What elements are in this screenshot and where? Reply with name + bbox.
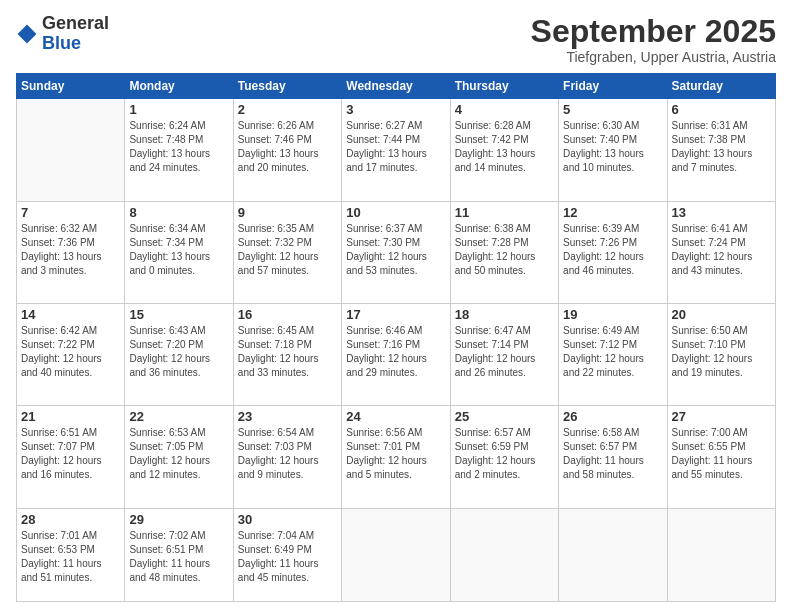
location-subtitle: Tiefgraben, Upper Austria, Austria [531,49,776,65]
calendar-cell: 25Sunrise: 6:57 AMSunset: 6:59 PMDayligh… [450,406,558,508]
header-monday: Monday [125,74,233,99]
day-number: 21 [21,409,120,424]
day-number: 24 [346,409,445,424]
calendar-cell: 7Sunrise: 6:32 AMSunset: 7:36 PMDaylight… [17,201,125,303]
calendar-cell: 4Sunrise: 6:28 AMSunset: 7:42 PMDaylight… [450,99,558,201]
calendar-cell: 21Sunrise: 6:51 AMSunset: 7:07 PMDayligh… [17,406,125,508]
weekday-header-row: Sunday Monday Tuesday Wednesday Thursday… [17,74,776,99]
calendar-cell: 27Sunrise: 7:00 AMSunset: 6:55 PMDayligh… [667,406,775,508]
day-info: Sunrise: 6:51 AMSunset: 7:07 PMDaylight:… [21,426,120,482]
calendar-cell: 9Sunrise: 6:35 AMSunset: 7:32 PMDaylight… [233,201,341,303]
svg-marker-0 [18,24,37,43]
calendar-cell: 19Sunrise: 6:49 AMSunset: 7:12 PMDayligh… [559,304,667,406]
day-number: 29 [129,512,228,527]
day-number: 2 [238,102,337,117]
month-title: September 2025 [531,14,776,49]
header-saturday: Saturday [667,74,775,99]
day-number: 22 [129,409,228,424]
calendar-cell: 5Sunrise: 6:30 AMSunset: 7:40 PMDaylight… [559,99,667,201]
day-info: Sunrise: 6:54 AMSunset: 7:03 PMDaylight:… [238,426,337,482]
logo-general-text: General [42,13,109,33]
day-number: 12 [563,205,662,220]
day-info: Sunrise: 6:38 AMSunset: 7:28 PMDaylight:… [455,222,554,278]
calendar-cell: 3Sunrise: 6:27 AMSunset: 7:44 PMDaylight… [342,99,450,201]
day-number: 20 [672,307,771,322]
day-number: 8 [129,205,228,220]
calendar-cell: 20Sunrise: 6:50 AMSunset: 7:10 PMDayligh… [667,304,775,406]
calendar-cell: 6Sunrise: 6:31 AMSunset: 7:38 PMDaylight… [667,99,775,201]
day-info: Sunrise: 6:53 AMSunset: 7:05 PMDaylight:… [129,426,228,482]
calendar-cell: 8Sunrise: 6:34 AMSunset: 7:34 PMDaylight… [125,201,233,303]
day-info: Sunrise: 6:26 AMSunset: 7:46 PMDaylight:… [238,119,337,175]
day-number: 18 [455,307,554,322]
page: General Blue September 2025 Tiefgraben, … [0,0,792,612]
day-number: 26 [563,409,662,424]
day-info: Sunrise: 6:49 AMSunset: 7:12 PMDaylight:… [563,324,662,380]
title-block: September 2025 Tiefgraben, Upper Austria… [531,14,776,65]
day-info: Sunrise: 7:00 AMSunset: 6:55 PMDaylight:… [672,426,771,482]
day-number: 14 [21,307,120,322]
calendar-week-row-1: 1Sunrise: 6:24 AMSunset: 7:48 PMDaylight… [17,99,776,201]
day-info: Sunrise: 6:50 AMSunset: 7:10 PMDaylight:… [672,324,771,380]
calendar-cell: 24Sunrise: 6:56 AMSunset: 7:01 PMDayligh… [342,406,450,508]
day-info: Sunrise: 6:41 AMSunset: 7:24 PMDaylight:… [672,222,771,278]
header: General Blue September 2025 Tiefgraben, … [16,14,776,65]
day-info: Sunrise: 7:01 AMSunset: 6:53 PMDaylight:… [21,529,120,585]
calendar-week-row-3: 14Sunrise: 6:42 AMSunset: 7:22 PMDayligh… [17,304,776,406]
calendar-cell: 17Sunrise: 6:46 AMSunset: 7:16 PMDayligh… [342,304,450,406]
day-info: Sunrise: 6:27 AMSunset: 7:44 PMDaylight:… [346,119,445,175]
day-number: 13 [672,205,771,220]
day-info: Sunrise: 6:31 AMSunset: 7:38 PMDaylight:… [672,119,771,175]
calendar-cell [342,508,450,601]
day-number: 25 [455,409,554,424]
day-number: 28 [21,512,120,527]
calendar-cell: 30Sunrise: 7:04 AMSunset: 6:49 PMDayligh… [233,508,341,601]
day-info: Sunrise: 6:30 AMSunset: 7:40 PMDaylight:… [563,119,662,175]
day-number: 30 [238,512,337,527]
day-number: 19 [563,307,662,322]
day-info: Sunrise: 6:42 AMSunset: 7:22 PMDaylight:… [21,324,120,380]
logo-icon [16,23,38,45]
calendar-cell: 12Sunrise: 6:39 AMSunset: 7:26 PMDayligh… [559,201,667,303]
header-thursday: Thursday [450,74,558,99]
day-info: Sunrise: 7:04 AMSunset: 6:49 PMDaylight:… [238,529,337,585]
logo: General Blue [16,14,109,54]
calendar-cell [450,508,558,601]
header-tuesday: Tuesday [233,74,341,99]
day-number: 11 [455,205,554,220]
day-info: Sunrise: 6:34 AMSunset: 7:34 PMDaylight:… [129,222,228,278]
day-info: Sunrise: 6:47 AMSunset: 7:14 PMDaylight:… [455,324,554,380]
day-number: 5 [563,102,662,117]
day-number: 27 [672,409,771,424]
calendar-cell: 11Sunrise: 6:38 AMSunset: 7:28 PMDayligh… [450,201,558,303]
calendar-cell: 15Sunrise: 6:43 AMSunset: 7:20 PMDayligh… [125,304,233,406]
day-info: Sunrise: 6:39 AMSunset: 7:26 PMDaylight:… [563,222,662,278]
day-info: Sunrise: 6:24 AMSunset: 7:48 PMDaylight:… [129,119,228,175]
day-number: 23 [238,409,337,424]
header-sunday: Sunday [17,74,125,99]
day-number: 17 [346,307,445,322]
calendar-cell: 22Sunrise: 6:53 AMSunset: 7:05 PMDayligh… [125,406,233,508]
day-number: 10 [346,205,445,220]
day-info: Sunrise: 6:45 AMSunset: 7:18 PMDaylight:… [238,324,337,380]
calendar-cell: 14Sunrise: 6:42 AMSunset: 7:22 PMDayligh… [17,304,125,406]
calendar-week-row-5: 28Sunrise: 7:01 AMSunset: 6:53 PMDayligh… [17,508,776,601]
calendar-cell [667,508,775,601]
calendar-cell: 13Sunrise: 6:41 AMSunset: 7:24 PMDayligh… [667,201,775,303]
calendar-cell: 2Sunrise: 6:26 AMSunset: 7:46 PMDaylight… [233,99,341,201]
day-number: 16 [238,307,337,322]
day-number: 6 [672,102,771,117]
day-info: Sunrise: 6:56 AMSunset: 7:01 PMDaylight:… [346,426,445,482]
calendar-cell: 29Sunrise: 7:02 AMSunset: 6:51 PMDayligh… [125,508,233,601]
logo-blue-text: Blue [42,33,81,53]
calendar-week-row-2: 7Sunrise: 6:32 AMSunset: 7:36 PMDaylight… [17,201,776,303]
day-number: 1 [129,102,228,117]
header-friday: Friday [559,74,667,99]
calendar-cell: 18Sunrise: 6:47 AMSunset: 7:14 PMDayligh… [450,304,558,406]
calendar-cell: 26Sunrise: 6:58 AMSunset: 6:57 PMDayligh… [559,406,667,508]
day-number: 15 [129,307,228,322]
calendar-cell: 28Sunrise: 7:01 AMSunset: 6:53 PMDayligh… [17,508,125,601]
calendar-cell: 16Sunrise: 6:45 AMSunset: 7:18 PMDayligh… [233,304,341,406]
day-info: Sunrise: 6:58 AMSunset: 6:57 PMDaylight:… [563,426,662,482]
calendar-table: Sunday Monday Tuesday Wednesday Thursday… [16,73,776,602]
